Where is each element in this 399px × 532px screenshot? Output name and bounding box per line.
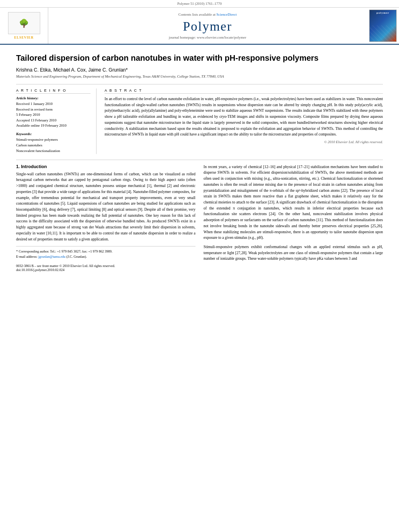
authors-line: Krishna C. Etika, Michael A. Cox, Jaime … [16, 67, 383, 73]
corresponding-author-note: * Corresponding author. Tel.: +1 979 845… [16, 249, 195, 254]
journal-center: Contents lists available at ScienceDirec… [48, 8, 367, 44]
journal-citation-bar: Polymer 51 (2010) 1761–1770 [0, 0, 399, 8]
elsevier-label: ELSEVIER [14, 36, 33, 39]
elsevier-logo-box: 🌳 [8, 12, 40, 34]
history-label: Article history: [16, 96, 90, 100]
abstract-heading: A B S T R A C T [105, 88, 383, 94]
issn-line: 0032-3861/$ – see front matter © 2010 El… [16, 264, 195, 268]
affiliation: Materials Science and Engineering Progra… [16, 74, 383, 78]
polymer-cover-area: polymer [367, 8, 399, 44]
sciencedirect-line: Contents lists available at ScienceDirec… [179, 12, 237, 16]
email-address: jgrunlan@tamu.edu [38, 255, 66, 259]
introduction-heading: 1. Introduction [16, 164, 195, 169]
polymer-journal-title: Polymer [183, 19, 232, 34]
cover-decoration [370, 25, 396, 41]
journal-citation: Polymer 51 (2010) 1761–1770 [177, 2, 222, 6]
polymer-cover-image: polymer [369, 10, 397, 42]
article-info-col: A R T I C L E I N F O Article history: R… [16, 88, 97, 154]
doi-line: doi:10.1016/j.polymer.2010.02.024 [16, 268, 195, 272]
email-person: (J.C. Grunlan). [66, 255, 87, 259]
article-info-abstract-section: A R T I C L E I N F O Article history: R… [16, 88, 383, 154]
journal-header: 🌳 ELSEVIER Contents lists available at S… [0, 8, 399, 45]
email-label: E-mail address: [16, 255, 37, 259]
email-line: E-mail address: jgrunlan@tamu.edu (J.C. … [16, 254, 195, 259]
contents-text: Contents lists available at [179, 12, 216, 16]
intro-paragraph-1: Single-wall carbon nanotubes (SWNTs) are… [16, 171, 195, 242]
cover-polymer-label: polymer [376, 11, 389, 14]
keyword-3: Noncovalent functionalization [16, 148, 90, 154]
footnote-section: * Corresponding author. Tel.: +1 979 845… [16, 246, 195, 272]
abstract-col: A B S T R A C T In an effort to control … [105, 88, 383, 154]
keyword-1: Stimuli-responsive polymers [16, 137, 90, 142]
keywords-label: Keywords: [16, 132, 90, 136]
intro-paragraph-3: Stimuli-responsive polymers exhibit conf… [204, 244, 383, 262]
abstract-text: In an effort to control the level of car… [105, 96, 383, 138]
received-date: Received 1 January 2010 Received in revi… [16, 101, 90, 129]
authors-text: Krishna C. Etika, Michael A. Cox, Jaime … [16, 67, 128, 73]
divider-1 [16, 84, 383, 84]
main-content: Tailored dispersion of carbon nanotubes … [0, 45, 399, 280]
sciencedirect-link: ScienceDirect [216, 12, 237, 16]
copyright-line: © 2010 Elsevier Ltd. All rights reserved… [105, 140, 383, 144]
article-info-heading: A R T I C L E I N F O [16, 88, 90, 94]
divider-2 [16, 160, 383, 160]
intro-paragraph-2: In recent years, a variety of chemical [… [204, 164, 383, 241]
body-left-col: 1. Introduction Single-wall carbon nanot… [16, 164, 195, 272]
elsevier-logo-area: 🌳 ELSEVIER [0, 8, 48, 44]
elsevier-tree-icon: 🌳 [19, 18, 29, 28]
homepage-line: journal homepage: www.elsevier.com/locat… [169, 35, 246, 39]
article-title: Tailored dispersion of carbon nanotubes … [16, 53, 383, 63]
body-right-col: In recent years, a variety of chemical [… [204, 164, 383, 272]
page-container: Polymer 51 (2010) 1761–1770 🌳 ELSEVIER C… [0, 0, 399, 280]
body-two-col: 1. Introduction Single-wall carbon nanot… [16, 164, 383, 272]
keyword-2: Carbon nanotubes [16, 142, 90, 148]
